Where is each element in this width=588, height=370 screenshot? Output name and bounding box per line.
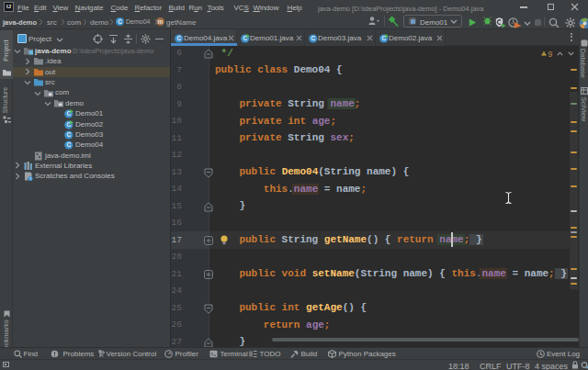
svg-text:C: C <box>311 35 315 41</box>
svg-text:C: C <box>176 35 181 41</box>
svg-text:C: C <box>66 131 71 138</box>
svg-text:C: C <box>66 142 71 149</box>
